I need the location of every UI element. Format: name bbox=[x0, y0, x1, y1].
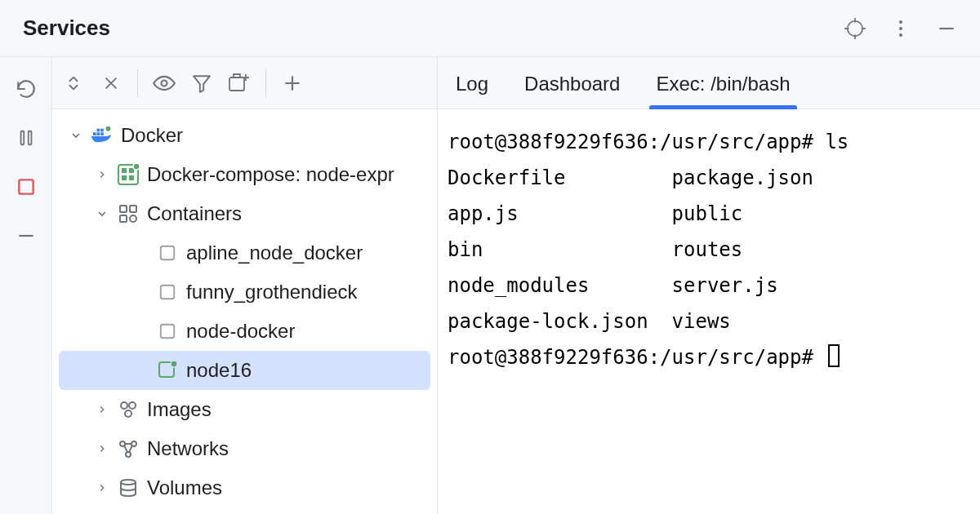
tree-node-container[interactable]: node-docker bbox=[52, 312, 437, 351]
tab-log[interactable]: Log bbox=[456, 73, 488, 109]
svg-point-15 bbox=[162, 80, 167, 86]
tree-node-networks[interactable]: Networks bbox=[52, 429, 437, 468]
svg-point-33 bbox=[133, 164, 139, 170]
tree-label: Docker-compose: node-expr bbox=[147, 163, 394, 186]
svg-rect-26 bbox=[100, 129, 104, 132]
tree-node-volumes[interactable]: Volumes bbox=[52, 468, 437, 507]
terminal-line: root@388f9229f636:/usr/src/app# bbox=[448, 346, 825, 369]
detail-tabs: Log Dashboard Exec: /bin/bash bbox=[438, 57, 980, 109]
tree-node-container-selected[interactable]: node16 bbox=[59, 351, 430, 390]
stop-icon[interactable] bbox=[14, 175, 38, 199]
svg-rect-39 bbox=[161, 286, 175, 299]
svg-rect-36 bbox=[120, 215, 127, 222]
svg-rect-30 bbox=[129, 168, 134, 173]
chevron-right-icon[interactable] bbox=[95, 404, 109, 415]
svg-rect-40 bbox=[161, 325, 175, 339]
volumes-icon bbox=[118, 477, 139, 498]
tab-exec[interactable]: Exec: /bin/bash bbox=[656, 73, 790, 109]
refresh-icon[interactable] bbox=[14, 77, 38, 101]
tree-label: Docker bbox=[121, 124, 183, 147]
tree-label: apline_node_docker bbox=[186, 241, 363, 264]
container-running-icon bbox=[157, 360, 178, 381]
chevron-right-icon[interactable] bbox=[95, 482, 109, 494]
tree-label: Volumes bbox=[147, 476, 222, 499]
container-stopped-icon bbox=[157, 242, 178, 264]
terminal-cursor bbox=[828, 344, 840, 367]
chevron-down-icon[interactable] bbox=[95, 207, 109, 220]
tree-node-images[interactable]: Images bbox=[52, 390, 437, 429]
svg-rect-25 bbox=[97, 129, 100, 132]
images-icon bbox=[118, 399, 139, 420]
networks-icon bbox=[118, 438, 139, 459]
svg-rect-11 bbox=[19, 179, 33, 193]
svg-point-49 bbox=[121, 480, 136, 485]
svg-point-44 bbox=[129, 402, 136, 409]
containers-group-icon bbox=[118, 203, 139, 224]
expand-collapse-icon[interactable] bbox=[62, 72, 85, 95]
tree-node-container[interactable]: funny_grothendieck bbox=[52, 273, 437, 312]
tree-toolbar bbox=[52, 57, 437, 109]
container-stopped-icon bbox=[157, 321, 178, 342]
minimize-icon[interactable] bbox=[936, 18, 957, 39]
close-icon[interactable] bbox=[100, 72, 122, 95]
tree-node-docker[interactable]: Docker bbox=[52, 116, 437, 155]
tree-label: node-docker bbox=[186, 320, 295, 343]
svg-marker-16 bbox=[194, 76, 210, 92]
minimize-rail-icon[interactable] bbox=[14, 224, 38, 248]
svg-rect-22 bbox=[93, 132, 96, 135]
left-rail bbox=[0, 57, 52, 514]
svg-point-27 bbox=[105, 126, 111, 131]
svg-rect-32 bbox=[129, 175, 134, 180]
panel-header: Services bbox=[0, 0, 980, 57]
svg-point-5 bbox=[899, 20, 902, 24]
svg-point-37 bbox=[130, 215, 136, 222]
chevron-right-icon[interactable] bbox=[95, 443, 109, 454]
svg-point-42 bbox=[171, 361, 177, 367]
chevron-right-icon[interactable] bbox=[95, 169, 109, 180]
terminal-listing: Dockerfile package.json app.js public bi… bbox=[448, 166, 813, 333]
svg-rect-34 bbox=[120, 206, 127, 212]
tree-label: node16 bbox=[186, 359, 252, 382]
filter-icon[interactable] bbox=[190, 72, 213, 95]
tab-dashboard[interactable]: Dashboard bbox=[524, 73, 620, 109]
svg-point-43 bbox=[121, 402, 127, 409]
eye-icon[interactable] bbox=[153, 72, 176, 95]
tree-label: Networks bbox=[147, 437, 229, 460]
container-stopped-icon bbox=[157, 281, 178, 303]
tree-node-compose[interactable]: Docker-compose: node-expr bbox=[52, 155, 437, 194]
svg-point-0 bbox=[848, 20, 862, 35]
tree-node-containers[interactable]: Containers bbox=[52, 194, 437, 233]
terminal-line: root@388f9229f636:/usr/src/app# ls bbox=[448, 131, 849, 153]
tree-node-container[interactable]: apline_node_docker bbox=[52, 233, 437, 273]
panel-title: Services bbox=[23, 16, 110, 41]
new-deploy-icon[interactable] bbox=[228, 72, 251, 95]
compose-icon bbox=[118, 164, 139, 185]
svg-point-7 bbox=[899, 33, 902, 37]
svg-rect-38 bbox=[161, 246, 175, 260]
svg-rect-23 bbox=[97, 132, 100, 135]
svg-rect-17 bbox=[229, 78, 244, 91]
add-icon[interactable] bbox=[281, 72, 304, 95]
services-tree: Docker Docker-compose: node-ex bbox=[52, 109, 437, 514]
svg-rect-35 bbox=[130, 206, 136, 212]
target-icon[interactable] bbox=[844, 18, 866, 39]
tree-label: funny_grothendieck bbox=[186, 281, 357, 304]
svg-rect-29 bbox=[122, 168, 127, 173]
tree-label: Images bbox=[147, 398, 212, 421]
chevron-down-icon[interactable] bbox=[69, 129, 83, 142]
terminal-panel: Log Dashboard Exec: /bin/bash root@388f9… bbox=[438, 57, 980, 514]
svg-rect-24 bbox=[100, 132, 104, 135]
svg-rect-31 bbox=[122, 175, 127, 180]
pause-icon[interactable] bbox=[14, 126, 38, 150]
tree-label: Containers bbox=[147, 202, 242, 225]
svg-rect-9 bbox=[20, 131, 24, 145]
svg-point-48 bbox=[126, 452, 131, 457]
tree-panel: Docker Docker-compose: node-ex bbox=[52, 57, 438, 514]
docker-icon bbox=[91, 125, 113, 146]
svg-point-6 bbox=[899, 27, 902, 30]
svg-rect-10 bbox=[28, 131, 31, 145]
terminal-output[interactable]: root@388f9229f636:/usr/src/app# ls Docke… bbox=[438, 109, 980, 514]
svg-point-45 bbox=[125, 410, 131, 417]
more-icon[interactable] bbox=[890, 18, 911, 39]
